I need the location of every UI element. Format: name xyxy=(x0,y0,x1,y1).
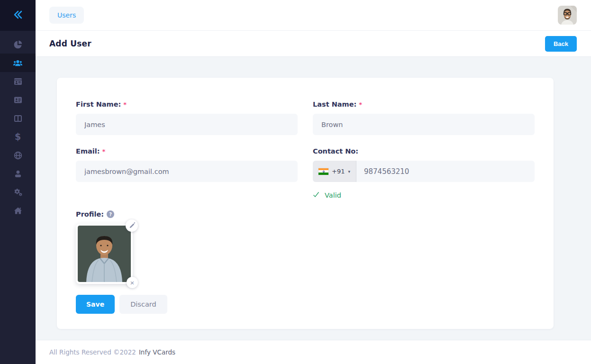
sidebar-item-payments[interactable]: $ xyxy=(0,127,36,146)
last-name-label: Last Name: * xyxy=(313,100,535,108)
first-name-label: First Name: * xyxy=(76,100,298,108)
email-input[interactable] xyxy=(76,161,298,182)
phone-validation-status: Valid xyxy=(313,191,535,199)
dial-code-dropdown[interactable]: +91 ▾ xyxy=(313,161,356,182)
validation-text: Valid xyxy=(325,191,341,199)
contact-number-input[interactable] xyxy=(356,161,535,182)
page-header: Add User Back xyxy=(36,31,591,57)
dollar-icon: $ xyxy=(15,132,21,141)
footer: All Rights Reserved ©2022 Infy VCards xyxy=(36,340,591,364)
sidebar-item-languages[interactable] xyxy=(0,146,36,164)
main-column: Users Ad xyxy=(36,0,591,364)
last-name-field: Last Name: * xyxy=(313,100,535,135)
profile-field: Profile: ? xyxy=(76,210,298,284)
close-icon: × xyxy=(130,279,135,286)
user-avatar[interactable] xyxy=(558,6,577,25)
content-area: First Name: * Last Name: * xyxy=(36,57,591,340)
caret-down-icon: ▾ xyxy=(348,169,350,174)
columns-icon xyxy=(13,114,23,123)
brand-name: Infy VCards xyxy=(139,348,175,356)
india-flag-icon xyxy=(318,168,328,175)
sidebar-nav: $ xyxy=(0,31,36,220)
sidebar-item-layout[interactable] xyxy=(0,109,36,127)
dial-code: +91 xyxy=(332,168,345,175)
sidebar-item-contacts[interactable] xyxy=(0,91,36,109)
contact-field: Contact No: +91 ▾ xyxy=(313,147,535,199)
email-label: Email: * xyxy=(76,147,298,155)
app-window: $ xyxy=(0,0,591,364)
contact-label: Contact No: xyxy=(313,147,535,155)
users-icon xyxy=(13,58,23,68)
breadcrumb-users[interactable]: Users xyxy=(49,7,84,24)
first-name-field: First Name: * xyxy=(76,100,298,135)
home-icon xyxy=(13,206,23,216)
sidebar-item-account[interactable] xyxy=(0,164,36,183)
page-title: Add User xyxy=(49,39,91,48)
remove-photo-button[interactable]: × xyxy=(127,277,138,288)
id-card-icon xyxy=(13,95,23,105)
save-button[interactable]: Save xyxy=(76,295,115,314)
vcard-icon xyxy=(13,77,23,86)
person-icon xyxy=(13,169,23,179)
pencil-icon xyxy=(129,222,135,229)
sidebar-item-users[interactable] xyxy=(0,54,36,72)
globe-icon xyxy=(13,151,23,160)
gears-icon xyxy=(13,188,23,197)
profile-photo xyxy=(76,224,133,284)
sidebar-item-dashboard[interactable] xyxy=(0,35,36,54)
double-chevron-left-icon xyxy=(12,9,24,22)
last-name-input[interactable] xyxy=(313,114,535,135)
email-field: Email: * xyxy=(76,147,298,199)
sidebar-item-home[interactable] xyxy=(0,201,36,220)
form-actions: Save Discard xyxy=(76,295,535,314)
pie-chart-icon xyxy=(13,40,23,49)
edit-photo-button[interactable] xyxy=(126,219,138,232)
discard-button[interactable]: Discard xyxy=(119,295,167,314)
first-name-input[interactable] xyxy=(76,114,298,135)
check-icon xyxy=(313,191,319,199)
phone-input-group: +91 ▾ xyxy=(313,161,535,182)
help-icon[interactable]: ? xyxy=(107,210,114,218)
sidebar-collapse-button[interactable] xyxy=(0,0,36,31)
sidebar-item-settings[interactable] xyxy=(0,183,36,201)
add-user-form-card: First Name: * Last Name: * xyxy=(57,78,554,329)
topbar: Users xyxy=(36,0,591,31)
required-marker: * xyxy=(123,101,127,108)
profile-label: Profile: ? xyxy=(76,210,298,218)
profile-photo-wrap: × xyxy=(76,224,133,284)
required-marker: * xyxy=(359,101,362,108)
copyright-text: All Rights Reserved ©2022 xyxy=(49,348,136,356)
sidebar-item-vcards[interactable] xyxy=(0,72,36,91)
back-button[interactable]: Back xyxy=(545,36,577,52)
required-marker: * xyxy=(102,148,106,155)
sidebar: $ xyxy=(0,0,36,364)
